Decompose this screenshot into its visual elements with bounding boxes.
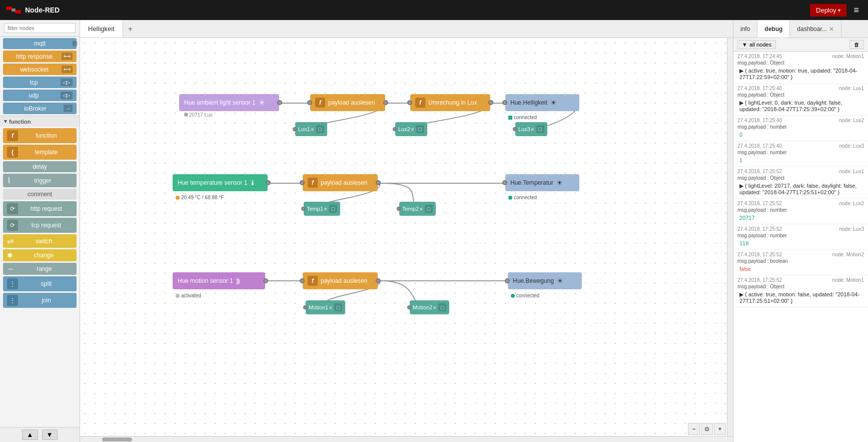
node-http-request[interactable]: ⟳ http request — [3, 201, 77, 216]
filter-icon: ▼ — [742, 42, 747, 48]
tab-info[interactable]: info — [733, 20, 757, 38]
node-switch[interactable]: ⇌ switch — [3, 234, 77, 248]
right-panel: info debug dashboar... ✕ ▼ all nodes 🗑 2… — [733, 20, 868, 442]
payload2-left-port — [300, 180, 305, 185]
sidebar-scroll-up[interactable]: ▲ — [22, 429, 38, 440]
app-title: Node-RED — [25, 6, 60, 14]
topbar: Node-RED Deploy ▾ ≡ — [0, 0, 868, 20]
debug-log[interactable]: 27.4.2018, 17:24:45node: Motion1msg.payl… — [733, 52, 868, 442]
debug-entry-5: 27.4.2018, 17:25:52node: Lux2msg.payload… — [733, 199, 868, 224]
node-payload-auslesen-2[interactable]: f payload auslesen — [303, 174, 378, 191]
debug-entry-0: 27.4.2018, 17:24:45node: Motion1msg.payl… — [733, 52, 868, 84]
debug-lux3[interactable]: Lux3 ≡ □ — [515, 122, 547, 136]
node-range[interactable]: ↔ range — [3, 263, 77, 275]
debug-temp2[interactable]: Temp2 ≡ □ — [399, 202, 436, 216]
main-layout: mqtt http response ⟷ websocket ⟷ tcp ◁▷ … — [0, 20, 868, 442]
ambient-icon: ☀ — [259, 99, 265, 107]
node-template[interactable]: { template — [3, 145, 77, 160]
node-function[interactable]: f function — [3, 128, 77, 143]
temperatur-status: connected — [514, 195, 537, 200]
nodes-list: mqtt http response ⟷ websocket ⟷ tcp ◁▷ … — [0, 37, 80, 427]
debug-entry-2: 27.4.2018, 17:25:40node: Lux2msg.payload… — [733, 116, 868, 141]
canvas-hscroll[interactable] — [80, 436, 733, 442]
debug-clear-button[interactable]: 🗑 — [849, 40, 864, 49]
canvas-area: Helligkeit + — [80, 20, 733, 442]
helligkeit-left-port — [502, 100, 507, 105]
deploy-arrow: ▾ — [838, 8, 840, 13]
temperatur-left-port — [502, 180, 507, 185]
debug-lux1[interactable]: Lux1 ≡ □ — [295, 122, 327, 136]
filter-box — [0, 20, 80, 37]
node-hue-temperatur[interactable]: Hue.Temperatur ☀ connected — [505, 174, 579, 191]
node-join[interactable]: ⋮ join — [3, 293, 77, 308]
node-trigger[interactable]: ⌇ trigger — [3, 174, 77, 187]
zoom-reset-button[interactable]: ⊙ — [701, 423, 713, 435]
deploy-button[interactable]: Deploy ▾ — [810, 4, 846, 17]
debug-motion1[interactable]: Motion1 ≡ □ — [306, 300, 345, 314]
debug-entry-4: 27.4.2018, 17:25:52node: Lux1msg.payload… — [733, 167, 868, 199]
deploy-label: Deploy — [816, 7, 836, 14]
zoom-in-button[interactable]: + — [714, 423, 726, 435]
tab-dashboard-close[interactable]: ✕ — [829, 26, 834, 33]
helligkeit-icon: ☀ — [550, 99, 557, 107]
node-payload-auslesen-3[interactable]: f payload auslesen — [303, 272, 378, 289]
debug-temp1[interactable]: Temp1 ≡ □ — [304, 202, 340, 216]
node-http-response[interactable]: http response ⟷ — [3, 51, 77, 62]
debug-entry-6: 27.4.2018, 17:25:52node: Lux3msg.payload… — [733, 224, 868, 250]
zoom-out-button[interactable]: − — [688, 423, 700, 435]
hscroll-thumb[interactable] — [102, 437, 132, 441]
logo-icon — [6, 5, 21, 15]
payload1-left-port — [307, 100, 312, 105]
ambient-sublabel: 20717 Lux — [184, 112, 213, 118]
payload1-right-port — [383, 100, 388, 105]
canvas-vscroll[interactable] — [727, 38, 733, 436]
node-websocket[interactable]: websocket ⟷ — [3, 64, 77, 75]
tab-dashboard[interactable]: dashboar... ✕ — [790, 20, 841, 38]
node-delay[interactable]: delay — [3, 161, 77, 172]
node-payload-auslesen-1[interactable]: f payload auslesen — [310, 94, 385, 111]
node-hue-temp[interactable]: Hue temperature sensor 1 🌡 20.49 °C / 68… — [173, 174, 268, 191]
umrechung-left-port — [407, 100, 412, 105]
debug-toolbar: ▼ all nodes 🗑 — [733, 38, 868, 52]
node-umrechung[interactable]: f Umrechung in Lux — [410, 94, 490, 111]
trash-icon: 🗑 — [854, 42, 859, 48]
bewegung-icon: ☀ — [557, 277, 563, 285]
filter-nodes-input[interactable] — [4, 23, 76, 33]
svg-rect-1 — [15, 10, 21, 14]
debug-motion2[interactable]: Motion2 ≡ □ — [410, 300, 449, 314]
bewegung-status: connected — [516, 293, 539, 298]
node-mqtt[interactable]: mqtt — [3, 38, 77, 49]
node-hue-ambient[interactable]: Hue ambient light sensor 1 ☀ 20717 Lux — [179, 94, 279, 111]
right-panel-tabs: info debug dashboar... ✕ — [733, 20, 868, 38]
connections-svg — [80, 38, 733, 442]
node-split[interactable]: ⋮ split — [3, 276, 77, 291]
section-collapse-icon: ▾ — [4, 118, 7, 125]
canvas-tab-add[interactable]: + — [123, 20, 138, 38]
canvas-zoom-controls: − ⊙ + — [688, 423, 726, 435]
motion-sublabel: activated — [181, 293, 201, 298]
hamburger-menu-button[interactable]: ≡ — [850, 3, 862, 18]
node-comment[interactable]: comment — [3, 189, 77, 200]
section-function[interactable]: ▾ function — [0, 116, 80, 127]
debug-lux2[interactable]: Lux2 ≡ □ — [395, 122, 427, 136]
temp-right-port — [266, 180, 271, 185]
temp-icon: 🌡 — [249, 179, 256, 187]
canvas[interactable]: Hue ambient light sensor 1 ☀ 20717 Lux f… — [80, 38, 733, 442]
canvas-tab-helligkeit[interactable]: Helligkeit — [80, 20, 123, 38]
node-tcp-request[interactable]: ⟳ tcp request — [3, 218, 77, 233]
sidebar: mqtt http response ⟷ websocket ⟷ tcp ◁▷ … — [0, 20, 80, 442]
sidebar-scroll-down[interactable]: ▼ — [42, 429, 58, 440]
node-change[interactable]: ✱ change — [3, 249, 77, 261]
temperatur-icon: ☀ — [556, 179, 563, 187]
node-hue-motion[interactable]: Hue motion sensor 1 ))) activated — [173, 272, 265, 289]
node-iobroker[interactable]: ioBroker → — [3, 103, 77, 114]
canvas-tab-label: Helligkeit — [88, 25, 115, 33]
ambient-right-port — [277, 100, 282, 105]
tab-debug[interactable]: debug — [757, 20, 790, 38]
debug-all-nodes-button[interactable]: ▼ all nodes — [737, 40, 776, 49]
node-hue-helligkeit[interactable]: Hue.Helligkeit ☀ connected — [505, 94, 579, 111]
node-hue-bewegung[interactable]: Hue.Bewegung ☀ connected — [508, 272, 582, 289]
node-udp[interactable]: udp ◁▷ — [3, 90, 77, 101]
node-tcp[interactable]: tcp ◁▷ — [3, 77, 77, 88]
payload3-right-port — [376, 278, 381, 283]
